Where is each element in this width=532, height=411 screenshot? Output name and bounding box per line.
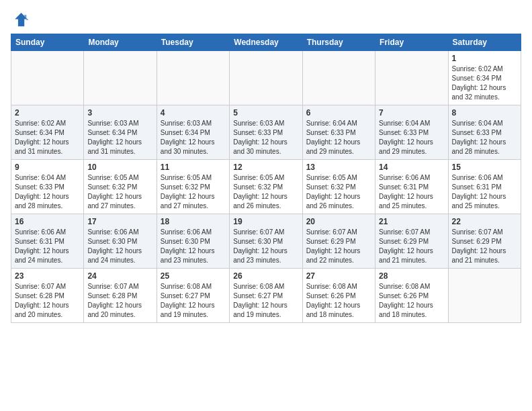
day-cell: 27Sunrise: 6:08 AM Sunset: 6:26 PM Dayli… [302,269,375,323]
day-info: Sunrise: 6:05 AM Sunset: 6:32 PM Dayligh… [233,173,298,211]
day-number: 16 [15,217,80,226]
day-info: Sunrise: 6:06 AM Sunset: 6:31 PM Dayligh… [452,173,517,211]
header-cell-thursday: Thursday [302,34,375,51]
day-info: Sunrise: 6:08 AM Sunset: 6:27 PM Dayligh… [161,282,226,320]
week-row-4: 16Sunrise: 6:06 AM Sunset: 6:31 PM Dayli… [11,214,521,269]
day-cell: 14Sunrise: 6:06 AM Sunset: 6:31 PM Dayli… [375,160,448,214]
day-number: 5 [233,108,298,118]
day-info: Sunrise: 6:06 AM Sunset: 6:30 PM Dayligh… [161,228,226,265]
day-info: Sunrise: 6:07 AM Sunset: 6:30 PM Dayligh… [233,228,298,265]
day-number: 25 [161,271,226,281]
day-cell: 21Sunrise: 6:07 AM Sunset: 6:29 PM Dayli… [375,214,448,269]
week-row-5: 23Sunrise: 6:07 AM Sunset: 6:28 PM Dayli… [11,269,521,323]
day-info: Sunrise: 6:08 AM Sunset: 6:27 PM Dayligh… [233,282,298,320]
day-info: Sunrise: 6:08 AM Sunset: 6:26 PM Dayligh… [306,282,371,320]
page: SundayMondayTuesdayWednesdayThursdayFrid… [0,0,532,330]
day-cell [11,51,84,105]
day-cell: 11Sunrise: 6:05 AM Sunset: 6:32 PM Dayli… [157,160,229,214]
day-cell: 19Sunrise: 6:07 AM Sunset: 6:30 PM Dayli… [230,214,302,269]
day-number: 21 [379,217,444,226]
header-cell-sunday: Sunday [11,34,84,51]
day-number: 11 [161,163,226,172]
day-number: 23 [15,271,80,281]
day-cell: 9Sunrise: 6:04 AM Sunset: 6:33 PM Daylig… [11,160,84,214]
day-info: Sunrise: 6:02 AM Sunset: 6:34 PM Dayligh… [452,64,517,102]
day-cell: 10Sunrise: 6:05 AM Sunset: 6:32 PM Dayli… [84,160,157,214]
day-info: Sunrise: 6:05 AM Sunset: 6:32 PM Dayligh… [161,173,226,211]
header-cell-tuesday: Tuesday [157,34,229,51]
calendar-table: SundayMondayTuesdayWednesdayThursdayFrid… [11,34,521,323]
day-cell: 20Sunrise: 6:07 AM Sunset: 6:29 PM Dayli… [302,214,375,269]
calendar-body: 1Sunrise: 6:02 AM Sunset: 6:34 PM Daylig… [11,51,521,323]
day-info: Sunrise: 6:03 AM Sunset: 6:33 PM Dayligh… [233,119,298,156]
day-number: 2 [15,108,80,118]
day-cell [230,51,302,105]
day-info: Sunrise: 6:04 AM Sunset: 6:33 PM Dayligh… [452,119,517,156]
header-cell-friday: Friday [375,34,448,51]
day-cell: 17Sunrise: 6:06 AM Sunset: 6:30 PM Dayli… [84,214,157,269]
day-number: 8 [452,108,517,118]
day-number: 6 [306,108,371,118]
day-cell: 18Sunrise: 6:06 AM Sunset: 6:30 PM Dayli… [157,214,229,269]
day-number: 17 [87,217,152,226]
day-cell: 3Sunrise: 6:03 AM Sunset: 6:34 PM Daylig… [84,105,157,160]
day-number: 12 [233,163,298,172]
day-info: Sunrise: 6:06 AM Sunset: 6:31 PM Dayligh… [15,228,80,265]
logo [11,11,32,30]
day-cell [375,51,448,105]
day-info: Sunrise: 6:06 AM Sunset: 6:31 PM Dayligh… [379,173,444,211]
day-number: 20 [306,217,371,226]
day-number: 22 [452,217,517,226]
day-number: 24 [87,271,152,281]
day-number: 19 [233,217,298,226]
svg-marker-0 [15,13,28,26]
week-row-2: 2Sunrise: 6:02 AM Sunset: 6:34 PM Daylig… [11,105,521,160]
day-info: Sunrise: 6:07 AM Sunset: 6:29 PM Dayligh… [452,228,517,265]
day-cell [448,269,521,323]
day-cell: 28Sunrise: 6:08 AM Sunset: 6:26 PM Dayli… [375,269,448,323]
logo-icon [11,11,30,30]
week-row-3: 9Sunrise: 6:04 AM Sunset: 6:33 PM Daylig… [11,160,521,214]
day-info: Sunrise: 6:05 AM Sunset: 6:32 PM Dayligh… [87,173,152,211]
day-cell [157,51,229,105]
day-info: Sunrise: 6:03 AM Sunset: 6:34 PM Dayligh… [87,119,152,156]
day-number: 4 [161,108,226,118]
day-number: 10 [87,163,152,172]
day-info: Sunrise: 6:04 AM Sunset: 6:33 PM Dayligh… [306,119,371,156]
day-cell: 4Sunrise: 6:03 AM Sunset: 6:34 PM Daylig… [157,105,229,160]
day-info: Sunrise: 6:07 AM Sunset: 6:28 PM Dayligh… [87,282,152,320]
day-number: 28 [379,271,444,281]
day-cell: 13Sunrise: 6:05 AM Sunset: 6:32 PM Dayli… [302,160,375,214]
day-cell: 26Sunrise: 6:08 AM Sunset: 6:27 PM Dayli… [230,269,302,323]
header-row: SundayMondayTuesdayWednesdayThursdayFrid… [11,34,521,51]
day-cell: 2Sunrise: 6:02 AM Sunset: 6:34 PM Daylig… [11,105,84,160]
header-cell-saturday: Saturday [448,34,521,51]
header-cell-wednesday: Wednesday [230,34,302,51]
day-cell: 24Sunrise: 6:07 AM Sunset: 6:28 PM Dayli… [84,269,157,323]
day-cell: 1Sunrise: 6:02 AM Sunset: 6:34 PM Daylig… [448,51,521,105]
day-info: Sunrise: 6:05 AM Sunset: 6:32 PM Dayligh… [306,173,371,211]
day-number: 15 [452,163,517,172]
day-cell: 8Sunrise: 6:04 AM Sunset: 6:33 PM Daylig… [448,105,521,160]
day-number: 13 [306,163,371,172]
calendar-header: SundayMondayTuesdayWednesdayThursdayFrid… [11,34,521,51]
day-cell: 22Sunrise: 6:07 AM Sunset: 6:29 PM Dayli… [448,214,521,269]
day-number: 3 [87,108,152,118]
day-cell: 12Sunrise: 6:05 AM Sunset: 6:32 PM Dayli… [230,160,302,214]
day-number: 27 [306,271,371,281]
day-cell: 15Sunrise: 6:06 AM Sunset: 6:31 PM Dayli… [448,160,521,214]
day-number: 1 [452,54,517,63]
day-cell: 7Sunrise: 6:04 AM Sunset: 6:33 PM Daylig… [375,105,448,160]
day-number: 7 [379,108,444,118]
day-number: 18 [161,217,226,226]
day-info: Sunrise: 6:06 AM Sunset: 6:30 PM Dayligh… [87,228,152,265]
day-cell: 23Sunrise: 6:07 AM Sunset: 6:28 PM Dayli… [11,269,84,323]
day-number: 9 [15,163,80,172]
day-info: Sunrise: 6:08 AM Sunset: 6:26 PM Dayligh… [379,282,444,320]
day-cell [302,51,375,105]
header-cell-monday: Monday [84,34,157,51]
day-cell: 6Sunrise: 6:04 AM Sunset: 6:33 PM Daylig… [302,105,375,160]
header [11,11,521,30]
day-cell [84,51,157,105]
day-info: Sunrise: 6:07 AM Sunset: 6:29 PM Dayligh… [306,228,371,265]
